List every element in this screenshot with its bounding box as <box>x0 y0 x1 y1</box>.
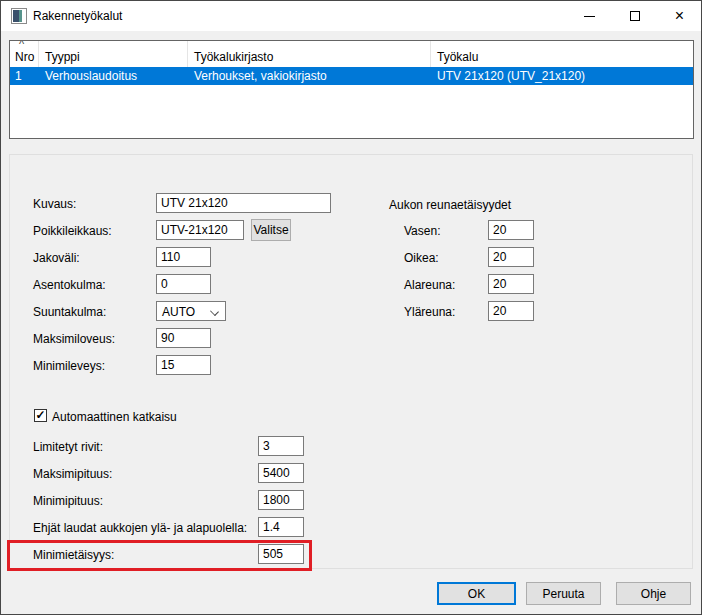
column-header-tyokalukirjasto[interactable]: Työkalukirjasto <box>188 41 431 67</box>
minimileveys-label: Minimileveys: <box>33 359 105 373</box>
kuvaus-input[interactable] <box>156 193 331 213</box>
aukon-reunaetaisyydet-title: Aukon reunaetäisyydet <box>389 198 511 212</box>
check-icon: ✓ <box>35 408 45 422</box>
limitetyt-rivit-input[interactable] <box>258 436 304 456</box>
ehjat-laudat-label: Ehjät laudat aukkojen ylä- ja alapuolell… <box>33 521 247 535</box>
limitetyt-rivit-label: Limitetyt rivit: <box>33 440 103 454</box>
maksimiloveus-input[interactable] <box>156 328 211 348</box>
help-button[interactable]: Ohje <box>616 582 691 605</box>
ok-button[interactable]: OK <box>437 582 516 605</box>
alareuna-label: Alareuna: <box>404 278 455 292</box>
alareuna-input[interactable] <box>488 274 534 294</box>
minimize-button[interactable] <box>567 1 612 31</box>
cell-tyyppi: Verhouslaudoitus <box>39 67 188 85</box>
red-highlight-rectangle <box>7 540 312 571</box>
title-bar[interactable]: Rakennetyökalut × <box>1 1 701 31</box>
app-icon <box>11 8 27 24</box>
oikea-input[interactable] <box>488 247 534 267</box>
valitse-button[interactable]: Valitse <box>251 219 291 241</box>
form-group-box <box>9 154 693 569</box>
column-header-tyokalu[interactable]: Työkalu <box>431 41 693 67</box>
asentokulma-label: Asentokulma: <box>33 278 106 292</box>
asentokulma-input[interactable] <box>156 274 211 294</box>
cell-tyokalu: UTV 21x120 (UTV_21x120) <box>431 67 693 85</box>
minimipituus-input[interactable] <box>258 490 304 510</box>
suuntakulma-selected-value: AUTO <box>162 305 195 319</box>
dialog-rakennetyokalut: Rakennetyökalut × ^ Nro Tyyppi Työkaluki… <box>0 0 702 615</box>
column-header-nro[interactable]: ^ Nro <box>10 41 39 67</box>
jakovali-label: Jakoväli: <box>33 251 80 265</box>
poikkileikkaus-label: Poikkileikkaus: <box>33 224 112 238</box>
maksimipituus-input[interactable] <box>258 463 304 483</box>
oikea-label: Oikea: <box>404 251 439 265</box>
poikkileikkaus-input[interactable] <box>156 220 244 240</box>
automaattinen-katkaisu-checkbox[interactable]: ✓ <box>34 409 47 422</box>
cell-nro: 1 <box>10 67 39 85</box>
tool-list-header: ^ Nro Tyyppi Työkalukirjasto Työkalu <box>10 41 693 67</box>
minimileveys-input[interactable] <box>156 355 211 375</box>
window-title: Rakennetyökalut <box>33 1 122 31</box>
ehjat-laudat-input[interactable] <box>258 517 304 537</box>
maximize-button[interactable] <box>612 1 657 31</box>
chevron-down-icon <box>210 307 219 316</box>
suuntakulma-label: Suuntakulma: <box>33 305 106 319</box>
maksimiloveus-label: Maksimiloveus: <box>33 332 115 346</box>
table-row-selected[interactable]: 1 Verhouslaudoitus Verhoukset, vakiokirj… <box>10 67 693 85</box>
ylareuna-label: Yläreuna: <box>404 305 455 319</box>
ylareuna-input[interactable] <box>488 301 534 321</box>
kuvaus-label: Kuvaus: <box>33 197 76 211</box>
maksimipituus-label: Maksimipituus: <box>33 467 112 481</box>
vasen-label: Vasen: <box>404 224 440 238</box>
close-button[interactable]: × <box>657 1 702 31</box>
tool-list: ^ Nro Tyyppi Työkalukirjasto Työkalu 1 V… <box>9 40 694 139</box>
cell-tyokalukirjasto: Verhoukset, vakiokirjasto <box>188 67 431 85</box>
maximize-icon <box>630 11 640 21</box>
close-icon: × <box>675 8 684 24</box>
sort-asc-icon: ^ <box>19 41 24 50</box>
minimipituus-label: Minimipituus: <box>33 494 103 508</box>
suuntakulma-select[interactable]: AUTO <box>156 301 226 321</box>
vasen-input[interactable] <box>488 220 534 240</box>
minimize-icon <box>584 16 595 17</box>
cancel-button[interactable]: Peruuta <box>526 582 601 605</box>
jakovali-input[interactable] <box>156 247 211 267</box>
automaattinen-katkaisu-label: Automaattinen katkaisu <box>52 410 177 424</box>
column-header-tyyppi[interactable]: Tyyppi <box>39 41 188 67</box>
